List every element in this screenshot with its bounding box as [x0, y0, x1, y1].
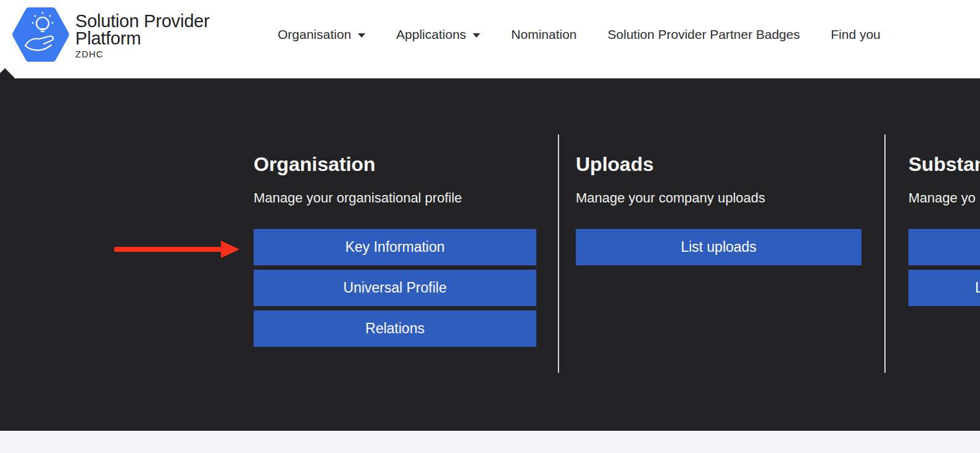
column-subtitle: Manage your company uploads [576, 189, 862, 207]
brand-line2: Platform [75, 30, 209, 47]
column-subtitle: Manage yo [908, 189, 980, 207]
column-substances-clipped: Substan Manage yo L [908, 152, 980, 310]
nav-organisation-label: Organisation [278, 27, 351, 42]
app-window: Solution Provider Platform ZDHC Organisa… [0, 0, 980, 453]
top-header: Solution Provider Platform ZDHC Organisa… [0, 0, 980, 78]
nav-find-your-label: Find you [831, 27, 881, 42]
zdhc-hexagon-logo-icon[interactable] [12, 5, 70, 64]
nav-partner-badges-label: Solution Provider Partner Badges [608, 27, 800, 42]
key-information-button[interactable]: Key Information [254, 229, 536, 265]
brand-zdhc: ZDHC [75, 49, 209, 59]
column-divider [558, 135, 559, 373]
nav-nomination-label: Nomination [511, 27, 576, 42]
nav-partner-badges[interactable]: Solution Provider Partner Badges [608, 27, 800, 42]
relations-button[interactable]: Relations [254, 310, 536, 347]
button-group: L [908, 229, 980, 306]
dashboard-panel: Organisation Manage your organisational … [0, 78, 980, 431]
column-title: Uploads [576, 152, 862, 177]
list-uploads-button[interactable]: List uploads [576, 229, 862, 265]
column-title: Organisation [254, 152, 536, 177]
nav-applications[interactable]: Applications [396, 27, 480, 42]
nav-nomination[interactable]: Nomination [511, 27, 576, 42]
clipped-button-1[interactable] [908, 229, 980, 265]
clipped-button-2[interactable]: L [908, 270, 980, 306]
brand-text[interactable]: Solution Provider Platform ZDHC [75, 12, 209, 59]
column-divider [884, 135, 886, 373]
universal-profile-button[interactable]: Universal Profile [254, 270, 536, 306]
clipped-button-label-fragment: L [975, 280, 980, 296]
column-title: Substan [908, 152, 980, 177]
nav-find-your[interactable]: Find you [831, 27, 881, 42]
column-subtitle: Manage your organisational profile [254, 189, 536, 207]
button-group: Key Information Universal Profile Relati… [254, 229, 536, 347]
chevron-down-icon [473, 33, 480, 38]
nav-applications-label: Applications [396, 27, 466, 42]
column-organisation: Organisation Manage your organisational … [254, 152, 536, 351]
brand-line1: Solution Provider [75, 12, 209, 30]
red-arrow-head-icon [221, 241, 239, 258]
nav-organisation[interactable]: Organisation [278, 27, 365, 42]
main-nav: Organisation Applications Nomination Sol… [278, 0, 881, 69]
red-arrow-annotation [114, 247, 223, 252]
footer-strip [0, 431, 980, 453]
chevron-down-icon [358, 33, 365, 38]
column-uploads: Uploads Manage your company uploads List… [576, 152, 862, 270]
button-group: List uploads [576, 229, 862, 265]
